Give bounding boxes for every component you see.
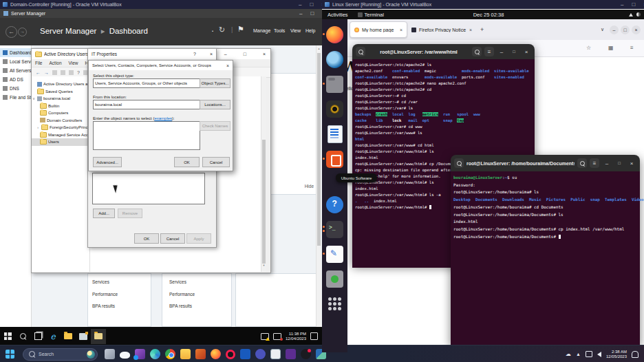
- sidebar-item-local-server[interactable]: Local Server: [0, 57, 31, 66]
- tree-item-managed-service[interactable]: Managed Service Accoun: [32, 131, 89, 139]
- sidebar-item-dashboard[interactable]: Dashboard: [0, 48, 31, 57]
- breadcrumb-app[interactable]: Server Manager: [40, 27, 96, 35]
- file-explorer-icon[interactable]: [180, 349, 191, 359]
- search-icon[interactable]: [15, 329, 30, 344]
- minimize-icon[interactable]: –: [224, 52, 227, 56]
- maximize-icon[interactable]: □: [621, 25, 630, 34]
- toolbar-icon[interactable]: [61, 70, 65, 75]
- menu-manage[interactable]: Manage: [253, 28, 270, 33]
- file-explorer-icon[interactable]: [61, 329, 76, 344]
- volume-icon[interactable]: [273, 333, 281, 340]
- volume-icon[interactable]: [597, 352, 601, 357]
- active-app-icon[interactable]: [91, 329, 106, 344]
- teams-icon[interactable]: [255, 349, 266, 359]
- ok-button[interactable]: OK: [174, 157, 200, 167]
- minimize-icon[interactable]: –: [299, 1, 301, 8]
- tree-item-saved-queries[interactable]: Saved Queries: [32, 88, 89, 96]
- server-manager-titlebar[interactable]: Server Manager – □ ×: [0, 9, 329, 18]
- toolbar-icon[interactable]: [69, 70, 74, 75]
- help-icon[interactable]: ?: [77, 70, 80, 75]
- safely-remove-icon[interactable]: ▲: [576, 352, 581, 356]
- list-tabs-icon[interactable]: ∨: [601, 27, 604, 32]
- vbox-titlebar-linux[interactable]: Linux Server [Running] - Oracle VM Virtu…: [322, 0, 644, 9]
- terminal2-headerbar[interactable]: root@LinuxServer: /home/bouraima/Documen…: [451, 155, 640, 171]
- tile-link-services[interactable]: Services: [169, 279, 186, 284]
- tile-link-performance[interactable]: Performance: [169, 292, 195, 297]
- task-view-icon[interactable]: [105, 349, 115, 359]
- task-view-icon[interactable]: [30, 329, 45, 344]
- action-center-icon[interactable]: [310, 332, 318, 340]
- language-indicator-icon[interactable]: [586, 351, 592, 357]
- select-users-titlebar[interactable]: Select Users, Contacts, Computers, Servi…: [89, 61, 233, 70]
- gnome-clock[interactable]: Dec 25 02:38: [322, 12, 644, 18]
- minimize-icon[interactable]: –: [497, 47, 506, 56]
- server-manager-taskbar-icon[interactable]: [76, 329, 91, 344]
- minimize-icon[interactable]: –: [299, 10, 302, 17]
- minimize-icon[interactable]: –: [621, 1, 623, 8]
- terminal-icon[interactable]: [326, 221, 343, 238]
- extensions-icon[interactable]: ▦: [608, 45, 614, 51]
- members-listbox[interactable]: [92, 173, 205, 204]
- advanced-button[interactable]: Advanced...: [93, 157, 122, 167]
- app-grid-icon[interactable]: [326, 295, 343, 312]
- tree-item-domain[interactable]: ∨bouraima.local: [32, 95, 89, 103]
- system-status-area[interactable]: [629, 12, 644, 17]
- sidebar-item-ad-ds[interactable]: AD DS: [0, 75, 31, 84]
- search-icon[interactable]: [454, 158, 464, 168]
- menu-icon[interactable]: ≡: [484, 47, 494, 56]
- close-tab-icon[interactable]: ×: [400, 28, 402, 32]
- toolbar-icon[interactable]: [52, 70, 57, 75]
- clock[interactable]: 11:38 PM 12/04/2023: [286, 332, 306, 341]
- maximize-icon[interactable]: □: [509, 47, 519, 56]
- scroll-up-icon[interactable]: ▲: [316, 45, 321, 50]
- firefox-icon[interactable]: [326, 26, 343, 43]
- close-icon[interactable]: ×: [210, 52, 213, 56]
- onedrive-icon[interactable]: ☁: [566, 351, 571, 357]
- menu-view[interactable]: View: [69, 61, 78, 65]
- refresh-icon[interactable]: ↻: [219, 25, 225, 34]
- tile-link-performance[interactable]: Performance: [92, 292, 118, 297]
- terminal1-headerbar[interactable]: root@LinuxServer: /var/www/html ≡ – □ ×: [352, 44, 535, 59]
- maximize-icon[interactable]: □: [614, 158, 624, 168]
- menu-view[interactable]: View: [290, 28, 301, 33]
- search-input[interactable]: Search: [23, 348, 98, 361]
- menu-file[interactable]: File: [35, 61, 42, 65]
- tab-privacy-notice[interactable]: Firefox Privacy Notice — ×: [407, 22, 476, 37]
- notification-bell-icon[interactable]: [632, 351, 638, 358]
- close-icon[interactable]: ×: [263, 52, 266, 56]
- it-properties-titlebar[interactable]: IT Properties ? ×: [88, 49, 216, 59]
- forward-icon[interactable]: →: [18, 28, 27, 36]
- word-icon[interactable]: [240, 349, 250, 359]
- cancel-button[interactable]: Cancel: [160, 233, 185, 244]
- thunderbird-icon[interactable]: [326, 51, 343, 68]
- scrollbar-thumb[interactable]: [317, 53, 321, 246]
- new-tab-icon[interactable]: +: [480, 26, 484, 33]
- back-icon[interactable]: ←: [36, 70, 41, 75]
- tile-link-bpa[interactable]: BPA results: [92, 304, 115, 308]
- minimize-icon[interactable]: –: [610, 25, 619, 34]
- onedrive-icon[interactable]: [120, 352, 130, 359]
- search-icon[interactable]: [577, 158, 587, 168]
- trash-icon[interactable]: [326, 270, 343, 288]
- back-icon[interactable]: ←: [6, 26, 17, 38]
- maximize-icon[interactable]: □: [244, 52, 246, 56]
- tile-link-bpa[interactable]: BPA results: [169, 304, 192, 308]
- search-icon[interactable]: [356, 47, 365, 56]
- cancel-button[interactable]: Cancel: [202, 157, 230, 167]
- maximize-icon[interactable]: □: [632, 1, 635, 8]
- visual-studio-icon[interactable]: [286, 349, 296, 359]
- object-names-input[interactable]: [93, 121, 200, 150]
- menu-help[interactable]: Help: [305, 28, 315, 33]
- close-icon[interactable]: ×: [632, 25, 641, 34]
- files-icon[interactable]: [326, 76, 343, 93]
- restore-icon[interactable]: □: [310, 10, 314, 17]
- sidebar-item-dns[interactable]: DNS: [0, 84, 31, 93]
- tree-item-builtin[interactable]: Builtin: [32, 103, 89, 110]
- tree-item-foreign-security[interactable]: ›ForeignSecurityPrincipal: [32, 124, 89, 131]
- network-icon[interactable]: [261, 333, 269, 340]
- opera-icon[interactable]: [226, 350, 235, 359]
- tree-item-root[interactable]: Active Directory Users and C: [32, 81, 89, 88]
- chrome-icon[interactable]: [165, 349, 175, 359]
- ok-button[interactable]: OK: [134, 233, 159, 244]
- search-icon[interactable]: [472, 47, 482, 56]
